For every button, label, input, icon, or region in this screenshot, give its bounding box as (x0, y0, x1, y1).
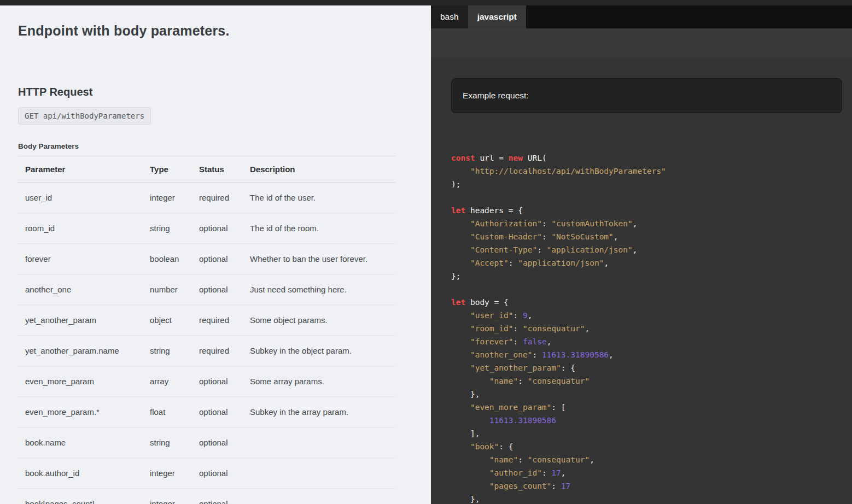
table-cell: required (192, 305, 243, 336)
table-cell: optional (192, 244, 243, 274)
column-header: Status (192, 156, 243, 183)
table-row: even_more_paramarrayoptionalSome array p… (18, 366, 395, 397)
table-cell: book[pages_count] (18, 489, 143, 504)
table-row: yet_another_param.namestringrequiredSubk… (18, 336, 395, 366)
table-cell: boolean (143, 244, 192, 274)
param-table-header-row: ParameterTypeStatusDescription (18, 156, 395, 183)
table-cell: optional (192, 458, 243, 489)
table-cell (243, 458, 395, 489)
table-cell: Subkey in the object param. (243, 336, 395, 366)
column-header: Type (143, 156, 192, 183)
table-row: even_more_param.*floatoptionalSubkey in … (18, 397, 395, 427)
table-cell (243, 489, 395, 504)
table-cell: optional (192, 427, 243, 458)
example-code: const url = new URL( "http://localhost/a… (451, 151, 842, 504)
table-cell: forever (18, 244, 143, 274)
table-cell: book.name (18, 427, 143, 458)
example-request-box: Example request: (451, 78, 842, 113)
code-header-band (431, 28, 852, 57)
table-cell: Subkey in the array param. (243, 397, 395, 427)
table-cell: object (143, 305, 192, 336)
table-cell: float (143, 397, 192, 427)
table-cell: integer (143, 489, 192, 504)
table-cell: integer (143, 183, 192, 213)
table-cell: book.author_id (18, 458, 143, 489)
table-cell: string (143, 213, 192, 244)
top-bar (0, 0, 852, 5)
table-cell: optional (192, 274, 243, 305)
table-cell: required (192, 336, 243, 366)
table-row: room_idstringoptionalThe id of the room. (18, 213, 395, 244)
table-cell: number (143, 274, 192, 305)
table-row: book[pages_count]integeroptional (18, 489, 395, 504)
table-row: book.namestringoptional (18, 427, 395, 458)
table-cell: Some object params. (243, 305, 395, 336)
table-cell: Just need something here. (243, 274, 395, 305)
code-panel: bashjavascript Example request: const ur… (431, 5, 852, 504)
table-cell: even_more_param (18, 366, 143, 397)
table-cell: yet_another_param.name (18, 336, 143, 366)
table-cell: even_more_param.* (18, 397, 143, 427)
table-cell: yet_another_param (18, 305, 143, 336)
endpoint-method-badge: GET api/withBodyParameters (18, 107, 151, 125)
table-cell: another_one (18, 274, 143, 305)
example-request-label: Example request: (463, 91, 529, 100)
table-cell: optional (192, 213, 243, 244)
table-cell: integer (143, 458, 192, 489)
table-cell: required (192, 183, 243, 213)
table-cell: Whether to ban the user forever. (243, 244, 395, 274)
table-cell: optional (192, 489, 243, 504)
column-header: Parameter (18, 156, 143, 183)
page-layout: Endpoint with body parameters. HTTP Requ… (0, 5, 852, 504)
tab-javascript[interactable]: javascript (468, 5, 526, 28)
table-cell: Some array params. (243, 366, 395, 397)
body-parameters-table: ParameterTypeStatusDescription user_idin… (18, 156, 395, 504)
table-row: user_idintegerrequiredThe id of the user… (18, 183, 395, 213)
table-row: yet_another_paramobjectrequiredSome obje… (18, 305, 395, 336)
table-row: another_onenumberoptionalJust need somet… (18, 274, 395, 305)
table-row: foreverbooleanoptionalWhether to ban the… (18, 244, 395, 274)
code-scroll-area: Example request: const url = new URL( "h… (431, 57, 852, 504)
table-cell: string (143, 427, 192, 458)
table-cell (243, 427, 395, 458)
table-row: book.author_idintegeroptional (18, 458, 395, 489)
body-parameters-label: Body Parameters (18, 142, 413, 150)
table-cell: The id of the room. (243, 213, 395, 244)
table-cell: optional (192, 397, 243, 427)
table-cell: The id of the user. (243, 183, 395, 213)
table-cell: user_id (18, 183, 143, 213)
table-cell: room_id (18, 213, 143, 244)
docs-panel: Endpoint with body parameters. HTTP Requ… (0, 5, 431, 504)
http-request-heading: HTTP Request (18, 86, 413, 98)
param-table-body: user_idintegerrequiredThe id of the user… (18, 183, 395, 504)
page-title: Endpoint with body parameters. (18, 23, 413, 39)
table-cell: array (143, 366, 192, 397)
table-cell: string (143, 336, 192, 366)
tab-bash[interactable]: bash (431, 5, 468, 28)
column-header: Description (243, 156, 395, 183)
code-tabbar: bashjavascript (431, 5, 852, 28)
table-cell: optional (192, 366, 243, 397)
